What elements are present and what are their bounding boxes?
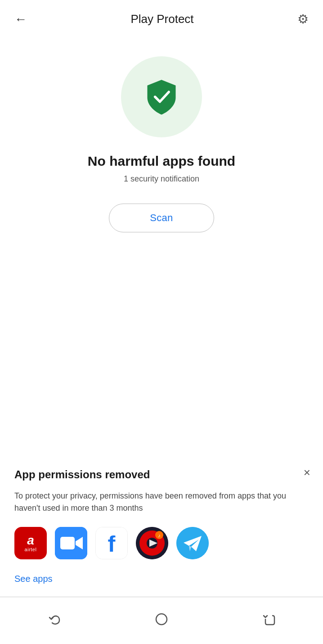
app-icon-telegram (176, 527, 209, 559)
svg-point-12 (156, 614, 167, 625)
nav-home-button[interactable] (150, 608, 173, 630)
close-button[interactable]: × (304, 467, 310, 478)
svg-rect-1 (60, 537, 75, 549)
svg-text:f: f (108, 531, 116, 557)
nav-back-button[interactable] (43, 608, 65, 630)
status-subtitle: 1 security notification (124, 174, 199, 184)
scan-button[interactable]: Scan (109, 204, 214, 232)
header: ← Play Protect ⚙ (0, 0, 323, 38)
shield-icon-container (121, 56, 202, 137)
app-icon-facebook: f (95, 527, 128, 559)
see-apps-link[interactable]: See apps (14, 572, 53, 586)
shield-icon (141, 77, 182, 117)
bottom-nav (0, 597, 323, 644)
app-icon-airtel: a airtel (14, 527, 47, 559)
nav-recents-button[interactable] (258, 608, 280, 630)
svg-text:♪: ♪ (158, 533, 161, 538)
permissions-title: App permissions removed (14, 468, 309, 481)
bottom-section (0, 597, 323, 644)
permissions-description: To protect your privacy, permissions hav… (14, 490, 309, 514)
page-title: Play Protect (130, 12, 193, 26)
main-content: No harmful apps found 1 security notific… (0, 38, 323, 456)
app-icons-row: a airtel f (14, 527, 309, 559)
app-icon-zoom (55, 527, 87, 559)
status-title: No harmful apps found (88, 154, 235, 169)
permissions-card: × App permissions removed To protect you… (0, 456, 323, 597)
app-icon-ytmusic: ♪ (136, 527, 168, 559)
settings-button[interactable]: ⚙ (294, 8, 312, 30)
back-button[interactable]: ← (11, 9, 31, 30)
